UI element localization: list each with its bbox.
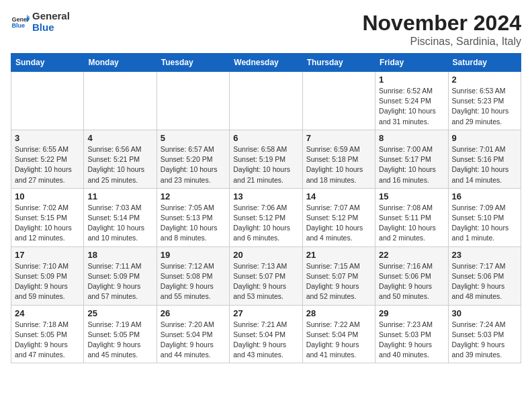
location-title: Piscinas, Sardinia, Italy xyxy=(362,36,521,48)
day-detail: Sunrise: 7:13 AM Sunset: 5:07 PM Dayligh… xyxy=(233,261,298,302)
day-detail: Sunrise: 7:22 AM Sunset: 5:04 PM Dayligh… xyxy=(306,320,371,361)
day-detail: Sunrise: 7:12 AM Sunset: 5:08 PM Dayligh… xyxy=(161,261,226,302)
day-number: 1 xyxy=(379,75,444,85)
calendar-cell: 9Sunrise: 7:01 AM Sunset: 5:16 PM Daylig… xyxy=(448,130,521,188)
day-detail: Sunrise: 6:55 AM Sunset: 5:22 PM Dayligh… xyxy=(15,144,80,185)
day-number: 27 xyxy=(233,308,298,318)
day-number: 18 xyxy=(87,250,152,260)
page-header: General Blue General Blue November 2024 … xyxy=(11,11,521,48)
weekday-header-saturday: Saturday xyxy=(448,54,521,72)
calendar-week-5: 24Sunrise: 7:18 AM Sunset: 5:05 PM Dayli… xyxy=(11,305,521,363)
day-detail: Sunrise: 7:00 AM Sunset: 5:17 PM Dayligh… xyxy=(379,144,444,185)
calendar-cell: 30Sunrise: 7:24 AM Sunset: 5:03 PM Dayli… xyxy=(448,305,521,363)
calendar-cell: 19Sunrise: 7:12 AM Sunset: 5:08 PM Dayli… xyxy=(157,246,229,305)
day-number: 20 xyxy=(233,250,298,260)
calendar-cell: 6Sunrise: 6:58 AM Sunset: 5:19 PM Daylig… xyxy=(230,130,302,188)
day-number: 7 xyxy=(306,133,371,143)
day-detail: Sunrise: 7:07 AM Sunset: 5:12 PM Dayligh… xyxy=(306,203,371,244)
calendar-cell: 20Sunrise: 7:13 AM Sunset: 5:07 PM Dayli… xyxy=(230,246,302,305)
calendar-table: SundayMondayTuesdayWednesdayThursdayFrid… xyxy=(11,53,521,363)
day-number: 2 xyxy=(452,75,517,85)
logo-general-text: General xyxy=(32,11,70,22)
logo: General Blue General Blue xyxy=(11,11,70,33)
calendar-cell: 16Sunrise: 7:09 AM Sunset: 5:10 PM Dayli… xyxy=(448,188,521,246)
calendar-cell xyxy=(84,72,157,130)
day-number: 10 xyxy=(15,191,80,201)
day-detail: Sunrise: 7:09 AM Sunset: 5:10 PM Dayligh… xyxy=(452,203,517,244)
title-block: November 2024 Piscinas, Sardinia, Italy xyxy=(362,11,521,48)
calendar-cell: 8Sunrise: 7:00 AM Sunset: 5:17 PM Daylig… xyxy=(375,130,448,188)
day-detail: Sunrise: 7:21 AM Sunset: 5:04 PM Dayligh… xyxy=(233,320,298,361)
day-detail: Sunrise: 7:24 AM Sunset: 5:03 PM Dayligh… xyxy=(452,320,517,361)
calendar-cell: 13Sunrise: 7:06 AM Sunset: 5:12 PM Dayli… xyxy=(230,188,302,246)
day-number: 26 xyxy=(161,308,226,318)
svg-text:Blue: Blue xyxy=(11,22,25,29)
day-detail: Sunrise: 7:23 AM Sunset: 5:03 PM Dayligh… xyxy=(379,320,444,361)
calendar-cell xyxy=(302,72,375,130)
day-detail: Sunrise: 7:08 AM Sunset: 5:11 PM Dayligh… xyxy=(379,203,444,244)
calendar-cell: 29Sunrise: 7:23 AM Sunset: 5:03 PM Dayli… xyxy=(375,305,448,363)
day-number: 12 xyxy=(161,191,226,201)
calendar-cell: 17Sunrise: 7:10 AM Sunset: 5:09 PM Dayli… xyxy=(11,246,84,305)
day-number: 25 xyxy=(87,308,152,318)
day-number: 29 xyxy=(379,308,444,318)
day-detail: Sunrise: 6:59 AM Sunset: 5:18 PM Dayligh… xyxy=(306,144,371,185)
logo-blue-text: Blue xyxy=(32,22,70,34)
weekday-header-wednesday: Wednesday xyxy=(230,54,302,72)
calendar-cell xyxy=(11,72,84,130)
weekday-header-row: SundayMondayTuesdayWednesdayThursdayFrid… xyxy=(11,54,521,72)
day-number: 19 xyxy=(161,250,226,260)
calendar-cell: 25Sunrise: 7:19 AM Sunset: 5:05 PM Dayli… xyxy=(84,305,157,363)
calendar-cell: 18Sunrise: 7:11 AM Sunset: 5:09 PM Dayli… xyxy=(84,246,157,305)
day-number: 21 xyxy=(306,250,371,260)
day-number: 11 xyxy=(87,191,152,201)
day-number: 23 xyxy=(452,250,517,260)
day-detail: Sunrise: 7:05 AM Sunset: 5:13 PM Dayligh… xyxy=(161,203,226,244)
calendar-cell: 5Sunrise: 6:57 AM Sunset: 5:20 PM Daylig… xyxy=(157,130,229,188)
day-detail: Sunrise: 6:57 AM Sunset: 5:20 PM Dayligh… xyxy=(161,144,226,185)
calendar-cell: 26Sunrise: 7:20 AM Sunset: 5:04 PM Dayli… xyxy=(157,305,229,363)
day-detail: Sunrise: 7:11 AM Sunset: 5:09 PM Dayligh… xyxy=(87,261,152,302)
day-number: 15 xyxy=(379,191,444,201)
day-detail: Sunrise: 6:52 AM Sunset: 5:24 PM Dayligh… xyxy=(379,86,444,127)
day-detail: Sunrise: 7:16 AM Sunset: 5:06 PM Dayligh… xyxy=(379,261,444,302)
day-number: 4 xyxy=(87,133,152,143)
day-number: 5 xyxy=(161,133,226,143)
calendar-cell: 15Sunrise: 7:08 AM Sunset: 5:11 PM Dayli… xyxy=(375,188,448,246)
day-detail: Sunrise: 7:17 AM Sunset: 5:06 PM Dayligh… xyxy=(452,261,517,302)
calendar-week-3: 10Sunrise: 7:02 AM Sunset: 5:15 PM Dayli… xyxy=(11,188,521,246)
calendar-cell xyxy=(230,72,302,130)
day-detail: Sunrise: 7:02 AM Sunset: 5:15 PM Dayligh… xyxy=(15,203,80,244)
day-detail: Sunrise: 7:20 AM Sunset: 5:04 PM Dayligh… xyxy=(161,320,226,361)
calendar-cell: 14Sunrise: 7:07 AM Sunset: 5:12 PM Dayli… xyxy=(302,188,375,246)
calendar-cell: 12Sunrise: 7:05 AM Sunset: 5:13 PM Dayli… xyxy=(157,188,229,246)
day-number: 24 xyxy=(15,308,80,318)
calendar-cell: 28Sunrise: 7:22 AM Sunset: 5:04 PM Dayli… xyxy=(302,305,375,363)
day-detail: Sunrise: 7:03 AM Sunset: 5:14 PM Dayligh… xyxy=(87,203,152,244)
day-number: 3 xyxy=(15,133,80,143)
calendar-cell: 3Sunrise: 6:55 AM Sunset: 5:22 PM Daylig… xyxy=(11,130,84,188)
calendar-week-2: 3Sunrise: 6:55 AM Sunset: 5:22 PM Daylig… xyxy=(11,130,521,188)
calendar-cell: 11Sunrise: 7:03 AM Sunset: 5:14 PM Dayli… xyxy=(84,188,157,246)
day-detail: Sunrise: 7:01 AM Sunset: 5:16 PM Dayligh… xyxy=(452,144,517,185)
day-number: 28 xyxy=(306,308,371,318)
month-title: November 2024 xyxy=(362,11,521,36)
weekday-header-tuesday: Tuesday xyxy=(157,54,229,72)
day-detail: Sunrise: 7:06 AM Sunset: 5:12 PM Dayligh… xyxy=(233,203,298,244)
calendar-cell: 23Sunrise: 7:17 AM Sunset: 5:06 PM Dayli… xyxy=(448,246,521,305)
calendar-cell: 4Sunrise: 6:56 AM Sunset: 5:21 PM Daylig… xyxy=(84,130,157,188)
logo-icon: General Blue xyxy=(11,13,30,32)
calendar-cell: 24Sunrise: 7:18 AM Sunset: 5:05 PM Dayli… xyxy=(11,305,84,363)
calendar-body: 1Sunrise: 6:52 AM Sunset: 5:24 PM Daylig… xyxy=(11,72,521,363)
day-number: 30 xyxy=(452,308,517,318)
weekday-header-sunday: Sunday xyxy=(11,54,84,72)
calendar-cell: 2Sunrise: 6:53 AM Sunset: 5:23 PM Daylig… xyxy=(448,72,521,130)
day-number: 16 xyxy=(452,191,517,201)
weekday-header-friday: Friday xyxy=(375,54,448,72)
day-number: 9 xyxy=(452,133,517,143)
calendar-cell: 7Sunrise: 6:59 AM Sunset: 5:18 PM Daylig… xyxy=(302,130,375,188)
calendar-week-4: 17Sunrise: 7:10 AM Sunset: 5:09 PM Dayli… xyxy=(11,246,521,305)
calendar-cell: 22Sunrise: 7:16 AM Sunset: 5:06 PM Dayli… xyxy=(375,246,448,305)
calendar-cell: 27Sunrise: 7:21 AM Sunset: 5:04 PM Dayli… xyxy=(230,305,302,363)
day-detail: Sunrise: 7:10 AM Sunset: 5:09 PM Dayligh… xyxy=(15,261,80,302)
